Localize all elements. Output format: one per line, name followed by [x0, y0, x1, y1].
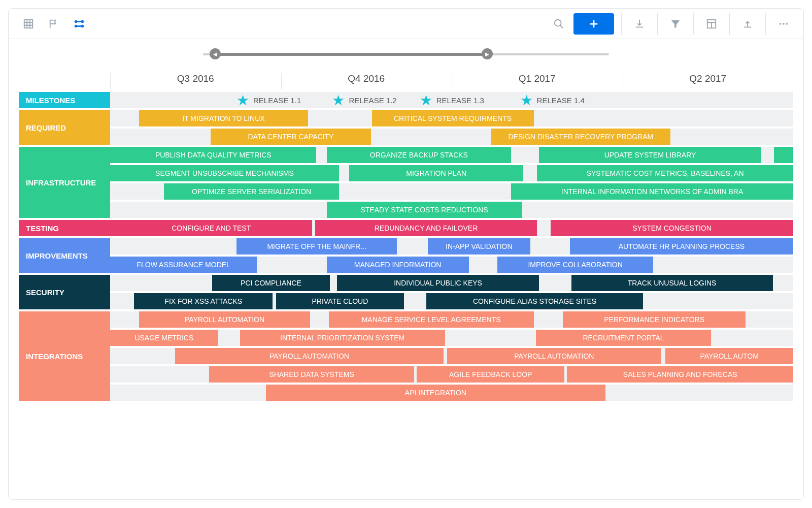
task-bar[interactable]: SALES PLANNING AND FORECAS: [567, 366, 793, 383]
download-icon[interactable]: [629, 13, 650, 35]
task-bar[interactable]: PCI COMPLIANCE: [212, 275, 330, 291]
task-bar[interactable]: FLOW ASSURANCE MODEL: [110, 257, 257, 273]
slider-handle-left[interactable]: ◀: [210, 48, 221, 59]
milestone[interactable]: ★RELEASE 1.3: [420, 92, 484, 108]
task-bar[interactable]: MIGRATE OFF THE MAINFR...: [236, 238, 397, 255]
milestone[interactable]: ★RELEASE 1.2: [332, 92, 396, 108]
lane-improvements: IMPROVEMENTSMIGRATE OFF THE MAINFR...IN-…: [19, 238, 793, 273]
lane-label: REQUIRED: [19, 110, 110, 145]
lane-row: STEADY STATE COSTS REDUCTIONS: [110, 202, 793, 218]
lane-body: ★RELEASE 1.1★RELEASE 1.2★RELEASE 1.3★REL…: [110, 92, 793, 108]
task-bar[interactable]: CONFIGURE AND TEST: [110, 220, 312, 236]
task-bar[interactable]: STEADY STATE COSTS REDUCTIONS: [327, 202, 522, 218]
lane-row: PCI COMPLIANCEINDIVIDUAL PUBLIC KEYSTRAC…: [110, 275, 793, 291]
task-bar[interactable]: PAYROLL AUTOMATION: [175, 348, 444, 364]
more-icon[interactable]: [773, 13, 794, 35]
lane-body: PAYROLL AUTOMATIONMANAGE SERVICE LEVEL A…: [110, 311, 793, 401]
task-bar[interactable]: MIGRATION PLAN: [349, 165, 523, 181]
lane-label: SECURITY: [19, 275, 110, 309]
svg-line-12: [560, 25, 563, 28]
task-bar[interactable]: AGILE FEEDBACK LOOP: [417, 366, 564, 383]
zoom-slider[interactable]: ◀ ▶: [203, 52, 609, 57]
task-bar[interactable]: SEGMENT UNSUBSCRIBE MECHANISMS: [110, 165, 339, 181]
upload-icon[interactable]: [737, 13, 758, 35]
lane-body: PUBLISH DATA QUALITY METRICSORGANIZE BAC…: [110, 147, 793, 218]
task-bar[interactable]: IT MIGRATION TO LINUX: [139, 110, 309, 126]
table-view-icon[interactable]: [18, 13, 39, 35]
task-bar[interactable]: IMPROVE COLLABORATION: [497, 257, 653, 273]
add-button[interactable]: [573, 13, 614, 35]
task-bar[interactable]: SYSTEM CONGESTION: [551, 220, 793, 236]
lane-body: IT MIGRATION TO LINUXCRITICAL SYSTEM REQ…: [110, 110, 793, 145]
lane-security: SECURITYPCI COMPLIANCEINDIVIDUAL PUBLIC …: [19, 275, 793, 309]
task-bar[interactable]: PAYROLL AUTOM: [665, 348, 793, 364]
lane-label: INFRASTRUCTURE: [19, 147, 110, 218]
milestone-label: RELEASE 1.3: [436, 96, 484, 105]
task-bar[interactable]: IN-APP VALIDATION: [428, 238, 530, 255]
star-icon: ★: [332, 92, 345, 109]
lane-row: USAGE METRICSINTERNAL PRIORITIZATION SYS…: [110, 330, 793, 346]
flag-view-icon[interactable]: [43, 13, 64, 35]
lane-row: IT MIGRATION TO LINUXCRITICAL SYSTEM REQ…: [110, 110, 793, 126]
lane-testing: TESTINGCONFIGURE AND TESTREDUNDANCY AND …: [19, 220, 793, 236]
task-bar[interactable]: MANAGE SERVICE LEVEL AGREEMENTS: [329, 311, 534, 328]
task-bar[interactable]: SHARED DATA SYSTEMS: [209, 366, 414, 383]
task-bar[interactable]: AUTOMATE HR PLANNING PROCESS: [570, 238, 793, 255]
task-bar[interactable]: SYSTEMATIC COST METRICS, BASELINES, AN: [537, 165, 793, 181]
task-bar[interactable]: PERFORMANCE INDICATORS: [563, 311, 745, 328]
task-bar[interactable]: FIX FOR XSS ATTACKS: [134, 293, 273, 309]
task-bar[interactable]: REDUNDANCY AND FAILOVER: [315, 220, 537, 236]
task-bar[interactable]: DATA CENTER CAPACITY: [211, 129, 371, 145]
lane-row: FLOW ASSURANCE MODELMANAGED INFORMATIONI…: [110, 257, 793, 273]
svg-point-18: [780, 23, 782, 25]
milestone[interactable]: ★RELEASE 1.1: [236, 92, 301, 108]
lane-row: OPTIMIZE SERVER SERIALIZATIONINTERNAL IN…: [110, 183, 793, 200]
svg-rect-10: [76, 25, 83, 27]
lane-row: FIX FOR XSS ATTACKSPRIVATE CLOUDCONFIGUR…: [110, 293, 793, 309]
svg-rect-7: [76, 21, 83, 22]
lane-label: MILESTONES: [19, 92, 110, 108]
task-bar[interactable]: INTERNAL PRIORITIZATION SYSTEM: [240, 330, 445, 346]
lane-row: PAYROLL AUTOMATIONMANAGE SERVICE LEVEL A…: [110, 311, 793, 328]
slider-handle-right[interactable]: ▶: [482, 48, 493, 59]
lane-label: TESTING: [19, 220, 110, 236]
task-bar[interactable]: API INTEGRATION: [266, 385, 605, 401]
task-bar[interactable]: PUBLISH DATA QUALITY METRICS: [110, 147, 316, 163]
gantt-chart: Q3 2016Q4 2016Q1 2017Q2 2017 MILESTONES★…: [9, 64, 803, 499]
task-bar[interactable]: INTERNAL INFORMATION NETWORKS OF ADMIN B…: [511, 183, 793, 200]
task-bar[interactable]: MANAGED INFORMATION: [327, 257, 469, 273]
task-bar[interactable]: ORGANIZE BACKUP STACKS: [327, 147, 511, 163]
task-bar[interactable]: CRITICAL SYSTEM REQUIRMENTS: [372, 110, 534, 126]
lane-body: MIGRATE OFF THE MAINFR...IN-APP VALIDATI…: [110, 238, 793, 273]
task-bar[interactable]: DESIGN DISASTER RECOVERY PROGRAM: [491, 129, 670, 145]
star-icon: ★: [420, 92, 432, 109]
task-bar[interactable]: INDIVIDUAL PUBLIC KEYS: [337, 275, 539, 291]
task-bar[interactable]: PAYROLL AUTOMATION: [447, 348, 662, 364]
lane-row: PUBLISH DATA QUALITY METRICSORGANIZE BAC…: [110, 147, 793, 163]
lane-row: CONFIGURE AND TESTREDUNDANCY AND FAILOVE…: [110, 220, 793, 236]
milestone-label: RELEASE 1.1: [253, 96, 301, 105]
task-bar[interactable]: [774, 147, 793, 163]
task-bar[interactable]: TRACK UNUSUAL LOGINS: [571, 275, 773, 291]
lane-row: PAYROLL AUTOMATIONPAYROLL AUTOMATIONPAYR…: [110, 348, 793, 364]
task-bar[interactable]: PRIVATE CLOUD: [276, 293, 404, 309]
svg-point-19: [783, 23, 785, 25]
slider-fill: [215, 53, 487, 56]
quarter-label: Q1 2017: [452, 68, 623, 90]
layout-icon[interactable]: [701, 13, 722, 35]
task-bar[interactable]: CONFIGURE ALIAS STORAGE SITES: [426, 293, 643, 309]
timeline-view-icon[interactable]: [69, 13, 90, 35]
search-icon[interactable]: [548, 13, 569, 35]
lane-row: SHARED DATA SYSTEMSAGILE FEEDBACK LOOPSA…: [110, 366, 793, 383]
quarter-label: Q2 2017: [623, 68, 794, 90]
task-bar[interactable]: PAYROLL AUTOMATION: [139, 311, 311, 328]
lane-row: SEGMENT UNSUBSCRIBE MECHANISMSMIGRATION …: [110, 165, 793, 181]
milestone[interactable]: ★RELEASE 1.4: [520, 92, 585, 108]
task-bar[interactable]: RECRUITMENT PORTAL: [536, 330, 712, 346]
task-bar[interactable]: UPDATE SYSTEM LIBRARY: [539, 147, 761, 163]
svg-point-11: [555, 19, 561, 26]
task-bar[interactable]: OPTIMIZE SERVER SERIALIZATION: [164, 183, 339, 200]
filter-icon[interactable]: [665, 13, 686, 35]
task-bar[interactable]: USAGE METRICS: [110, 330, 218, 346]
milestone-label: RELEASE 1.2: [349, 96, 396, 105]
